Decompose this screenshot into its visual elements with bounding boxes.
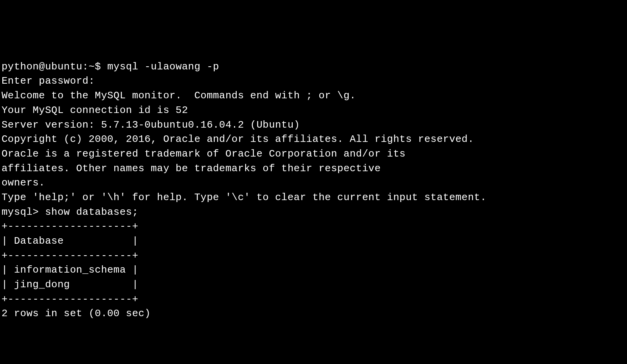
trademark-line2: affiliates. Other names may be trademark… bbox=[2, 162, 625, 176]
terminal-window[interactable]: python@ubuntu:~$ mysql -ulaowang -pEnter… bbox=[2, 60, 625, 321]
copyright-line: Copyright (c) 2000, 2016, Oracle and/or … bbox=[2, 132, 625, 147]
password-prompt-line: Enter password: bbox=[2, 74, 625, 89]
table-row: | jing_dong | bbox=[2, 278, 625, 292]
result-summary: 2 rows in set (0.00 sec) bbox=[2, 307, 625, 321]
welcome-line1: Welcome to the MySQL monitor. Commands e… bbox=[2, 89, 625, 103]
table-border-mid: +--------------------+ bbox=[2, 249, 625, 263]
help-line: Type 'help;' or '\h' for help. Type '\c'… bbox=[2, 190, 625, 205]
shell-prompt: python@ubuntu:~$ bbox=[2, 61, 107, 72]
table-header: | Database | bbox=[2, 234, 625, 249]
table-border-bot: +--------------------+ bbox=[2, 292, 625, 307]
trademark-line3: owners. bbox=[2, 176, 625, 190]
mysql-prompt-line: mysql> show databases; bbox=[2, 205, 625, 220]
table-row: | information_schema | bbox=[2, 263, 625, 278]
mysql-command: show databases; bbox=[45, 206, 139, 218]
welcome-line3: Server version: 5.7.13-0ubuntu0.16.04.2 … bbox=[2, 118, 625, 133]
trademark-line1: Oracle is a registered trademark of Orac… bbox=[2, 147, 625, 162]
welcome-line2: Your MySQL connection id is 52 bbox=[2, 103, 625, 118]
mysql-prompt: mysql> bbox=[2, 206, 45, 218]
table-border-top: +--------------------+ bbox=[2, 219, 625, 234]
shell-command: mysql -ulaowang -p bbox=[107, 61, 219, 72]
shell-prompt-line: python@ubuntu:~$ mysql -ulaowang -p bbox=[2, 60, 625, 74]
